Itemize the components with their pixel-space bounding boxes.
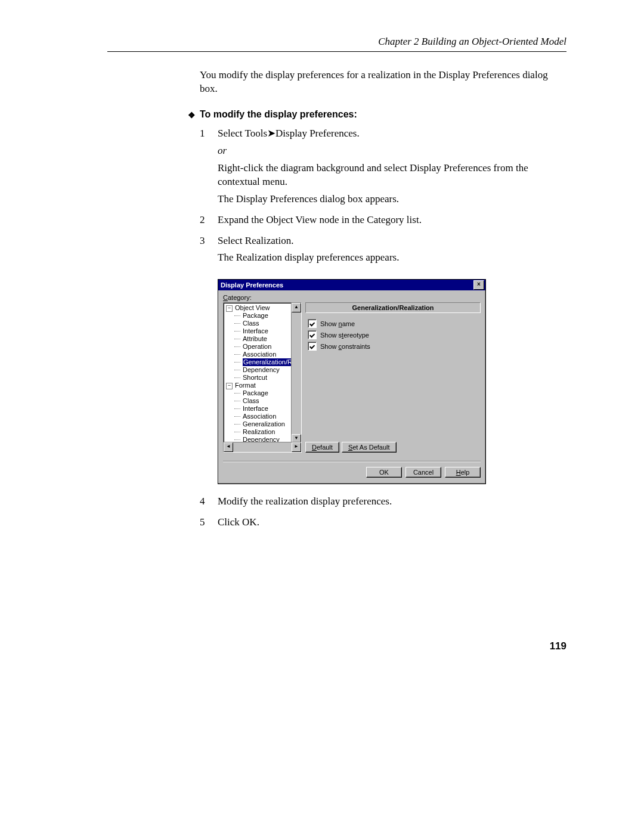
help-button[interactable]: Help: [445, 467, 481, 478]
step-4: 4 Modify the realization display prefere…: [200, 495, 566, 512]
tree-item[interactable]: Realization: [226, 428, 301, 436]
page-number: 119: [107, 640, 566, 652]
checkbox-show-constraints[interactable]: Show constraints: [308, 342, 481, 351]
diamond-bullet-icon: ❖: [188, 109, 200, 121]
dialog-separator: [223, 461, 481, 462]
tree-item[interactable]: Package: [226, 312, 301, 320]
chapter-header: Chapter 2 Building an Object-Oriented Mo…: [107, 36, 566, 52]
step-text: Select Realization.: [218, 234, 566, 248]
tree-item[interactable]: Association: [226, 413, 301, 420]
scroll-right-icon[interactable]: ►: [292, 442, 301, 452]
scroll-left-icon[interactable]: ◄: [224, 442, 233, 452]
step-text: Right-click the diagram background and s…: [218, 162, 566, 189]
tree-item[interactable]: Class: [226, 397, 301, 405]
step-3: 3 Select Realization. The Realization di…: [200, 234, 566, 269]
tree-item[interactable]: Interface: [226, 327, 301, 335]
horizontal-scrollbar[interactable]: ◄ ►: [224, 442, 301, 452]
tree-item[interactable]: Association: [226, 351, 301, 358]
step-text: Expand the Object View node in the Categ…: [218, 213, 566, 227]
tree-item[interactable]: Package: [226, 389, 301, 397]
default-button[interactable]: Default: [305, 442, 339, 453]
cancel-button[interactable]: Cancel: [405, 467, 441, 478]
step-text: Select Tools➤Display Preferences.: [218, 127, 566, 141]
step-line: Select Tools➤Display Preferences.: [218, 128, 360, 139]
checkbox-icon[interactable]: [308, 319, 317, 328]
tree-item[interactable]: Shortcut: [226, 374, 301, 382]
procedure-heading: ❖ To modify the display preferences:: [188, 109, 566, 121]
vertical-scrollbar[interactable]: ▲ ▼: [291, 303, 301, 444]
tree-item[interactable]: Class: [226, 320, 301, 327]
step-2: 2 Expand the Object View node in the Cat…: [200, 213, 566, 231]
step-or: or: [218, 144, 566, 158]
category-label-mnemonic: C: [223, 294, 228, 301]
tree-item[interactable]: Attribute: [226, 335, 301, 343]
tree-item[interactable]: Generalization: [226, 420, 301, 428]
procedure-heading-text: To modify the display preferences:: [200, 109, 357, 120]
category-tree[interactable]: −Object View Package Class Interface Att…: [223, 302, 302, 453]
step-number: 5: [200, 516, 218, 533]
intro-paragraph: You modify the display preferences for a…: [200, 69, 566, 96]
step-text: Click OK.: [218, 516, 566, 529]
step-text: The Realization display preferences appe…: [218, 251, 566, 265]
collapse-icon[interactable]: −: [226, 305, 233, 312]
display-preferences-dialog: Display Preferences × Category: −Object …: [218, 279, 486, 484]
step-number: 3: [200, 234, 218, 269]
step-5: 5 Click OK.: [200, 516, 566, 533]
dialog-titlebar[interactable]: Display Preferences ×: [218, 280, 485, 290]
tree-item[interactable]: Operation: [226, 343, 301, 351]
close-icon[interactable]: ×: [473, 280, 484, 290]
tree-item[interactable]: Interface: [226, 405, 301, 413]
step-1: 1 Select Tools➤Display Preferences. or R…: [200, 127, 566, 210]
tree-node-object-view[interactable]: −Object View: [226, 304, 301, 312]
collapse-icon[interactable]: −: [226, 383, 233, 389]
step-number: 2: [200, 213, 218, 231]
checkbox-icon[interactable]: [308, 342, 317, 351]
ok-button[interactable]: OK: [366, 467, 402, 478]
checkbox-show-stereotype[interactable]: Show stereotype: [308, 330, 481, 339]
checkbox-icon[interactable]: [308, 330, 317, 339]
step-number: 4: [200, 495, 218, 512]
step-number: 1: [200, 127, 218, 210]
step-text: Modify the realization display preferenc…: [218, 495, 566, 509]
scroll-up-icon[interactable]: ▲: [292, 303, 301, 312]
tree-item-selected[interactable]: Generalization/Rea: [226, 358, 301, 366]
category-label: Category:: [223, 294, 481, 301]
checkbox-show-name[interactable]: Show name: [308, 319, 481, 328]
tree-node-format[interactable]: −Format: [226, 382, 301, 389]
panel-group-title: Generalization/Realization: [305, 302, 481, 313]
category-label-rest: ategory:: [228, 294, 252, 301]
tree-item[interactable]: Dependency: [226, 366, 301, 374]
set-as-default-button[interactable]: Set As Default: [342, 442, 397, 453]
dialog-title: Display Preferences: [221, 281, 473, 289]
step-text: The Display Preferences dialog box appea…: [218, 193, 566, 206]
